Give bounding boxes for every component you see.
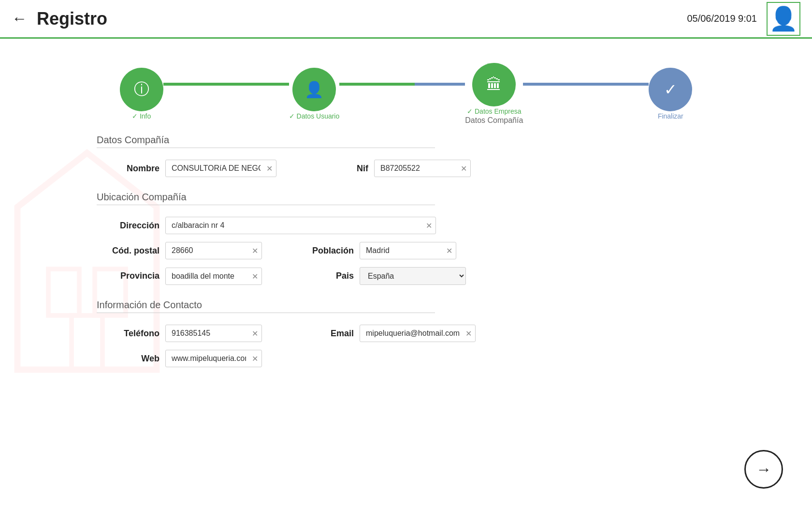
- provincia-label: Provincia: [97, 271, 160, 281]
- step-finalizar[interactable]: ✓ Finalizar: [649, 68, 692, 120]
- web-label: Web: [97, 354, 160, 364]
- datos-compania-section: Datos Compañía Nombre ✕ Nif ✕: [97, 134, 715, 177]
- pais-group: Pais España: [291, 267, 466, 285]
- nombre-label: Nombre: [97, 164, 160, 174]
- main-content: Datos Compañía Nombre ✕ Nif ✕ Ubicación …: [0, 134, 812, 367]
- poblacion-input-wrapper: ✕: [360, 242, 456, 259]
- direccion-input[interactable]: [165, 217, 436, 234]
- cod-postal-group: Cód. postal ✕: [97, 242, 262, 259]
- step-datos-usuario-circle: 👤: [292, 68, 336, 111]
- avatar[interactable]: 👤: [767, 2, 800, 36]
- telefono-input[interactable]: [165, 325, 262, 342]
- nif-clear-button[interactable]: ✕: [461, 164, 467, 173]
- check-icon: ✓: [664, 80, 677, 99]
- contacto-title: Información de Contacto: [97, 299, 435, 313]
- pais-input-wrapper: España: [360, 267, 466, 285]
- pais-select[interactable]: España: [360, 267, 466, 285]
- step-finalizar-circle: ✓: [649, 68, 692, 111]
- email-clear-button[interactable]: ✕: [465, 329, 472, 338]
- cod-poblacion-row: Cód. postal ✕ Población ✕: [97, 242, 715, 259]
- contacto-section: Información de Contacto Teléfono ✕ Email…: [97, 299, 715, 367]
- provincia-clear-button[interactable]: ✕: [252, 271, 258, 281]
- step-datos-empresa-check: ✓ Datos Empresa: [467, 107, 521, 115]
- back-button[interactable]: ←: [12, 10, 27, 28]
- cod-postal-clear-button[interactable]: ✕: [252, 246, 258, 255]
- telefono-group: Teléfono ✕: [97, 325, 262, 342]
- connector-3: [523, 83, 649, 86]
- poblacion-input[interactable]: [360, 242, 456, 259]
- telefono-input-wrapper: ✕: [165, 325, 262, 342]
- telefono-email-row: Teléfono ✕ Email ✕: [97, 325, 715, 342]
- email-input-wrapper: ✕: [360, 325, 476, 342]
- poblacion-clear-button[interactable]: ✕: [446, 246, 452, 255]
- telefono-label: Teléfono: [97, 329, 160, 339]
- step-datos-empresa-circle: 🏛: [472, 63, 516, 106]
- provincia-group: Provincia ✕: [97, 268, 262, 285]
- web-group: Web ✕: [97, 350, 262, 367]
- building-icon: 🏛: [486, 76, 502, 94]
- connector-2: [339, 83, 465, 86]
- cod-postal-input-wrapper: ✕: [165, 242, 262, 259]
- provincia-pais-row: Provincia ✕ Pais España: [97, 267, 715, 285]
- step-info[interactable]: ⓘ ✓ Info: [120, 68, 163, 120]
- step-info-circle: ⓘ: [120, 68, 163, 111]
- next-button[interactable]: →: [744, 450, 783, 489]
- nif-input-wrapper: ✕: [374, 160, 471, 177]
- datos-compania-title: Datos Compañía: [97, 134, 435, 148]
- poblacion-group: Población ✕: [291, 242, 456, 259]
- email-input[interactable]: [360, 325, 476, 342]
- cod-postal-label: Cód. postal: [97, 246, 160, 256]
- direccion-label: Dirección: [97, 221, 160, 231]
- poblacion-label: Población: [291, 246, 354, 256]
- nif-group: Nif ✕: [305, 160, 471, 177]
- nombre-input-wrapper: ✕: [165, 160, 276, 177]
- connector-1: [163, 83, 289, 86]
- step-datos-usuario-check: ✓ Datos Usuario: [289, 112, 340, 120]
- nombre-clear-button[interactable]: ✕: [266, 164, 273, 173]
- step-info-check: ✓ Info: [132, 112, 151, 120]
- provincia-input-wrapper: ✕: [165, 268, 262, 285]
- step-datos-empresa[interactable]: 🏛 ✓ Datos Empresa Datos Compañía: [465, 63, 523, 125]
- web-input[interactable]: [165, 350, 262, 367]
- ubicacion-title: Ubicación Compañía: [97, 192, 435, 205]
- email-label: Email: [291, 329, 354, 339]
- user-step-icon: 👤: [304, 80, 324, 99]
- nombre-input[interactable]: [165, 160, 276, 177]
- email-group: Email ✕: [291, 325, 476, 342]
- direccion-input-wrapper: ✕: [165, 217, 436, 234]
- datetime-display: 05/06/2019 9:01: [687, 13, 757, 24]
- stepper: ⓘ ✓ Info 👤 ✓ Datos Usuario 🏛 ✓ Datos Emp…: [0, 63, 812, 125]
- step-datos-usuario[interactable]: 👤 ✓ Datos Usuario: [289, 68, 340, 120]
- info-icon: ⓘ: [134, 79, 149, 100]
- direccion-clear-button[interactable]: ✕: [426, 221, 432, 230]
- pais-label: Pais: [291, 271, 354, 281]
- datos-compania-sublabel: Datos Compañía: [465, 116, 523, 125]
- nif-input[interactable]: [374, 160, 471, 177]
- header-left: ← Registro: [12, 9, 107, 29]
- web-row: Web ✕: [97, 350, 715, 367]
- direccion-row: Dirección ✕: [97, 217, 715, 234]
- nif-label: Nif: [305, 164, 368, 174]
- nombre-nif-row: Nombre ✕ Nif ✕: [97, 160, 715, 177]
- nombre-group: Nombre ✕: [97, 160, 276, 177]
- cod-postal-input[interactable]: [165, 242, 262, 259]
- provincia-input[interactable]: [165, 268, 262, 285]
- telefono-clear-button[interactable]: ✕: [252, 329, 258, 338]
- header-right: 05/06/2019 9:01 👤: [687, 2, 800, 36]
- ubicacion-section: Ubicación Compañía Dirección ✕ Cód. post…: [97, 192, 715, 285]
- direccion-group: Dirección ✕: [97, 217, 436, 234]
- page-title: Registro: [37, 9, 107, 29]
- step-finalizar-label: Finalizar: [658, 112, 683, 120]
- web-input-wrapper: ✕: [165, 350, 262, 367]
- web-clear-button[interactable]: ✕: [252, 354, 258, 363]
- user-icon: 👤: [769, 5, 798, 32]
- header: ← Registro 05/06/2019 9:01 👤: [0, 0, 812, 39]
